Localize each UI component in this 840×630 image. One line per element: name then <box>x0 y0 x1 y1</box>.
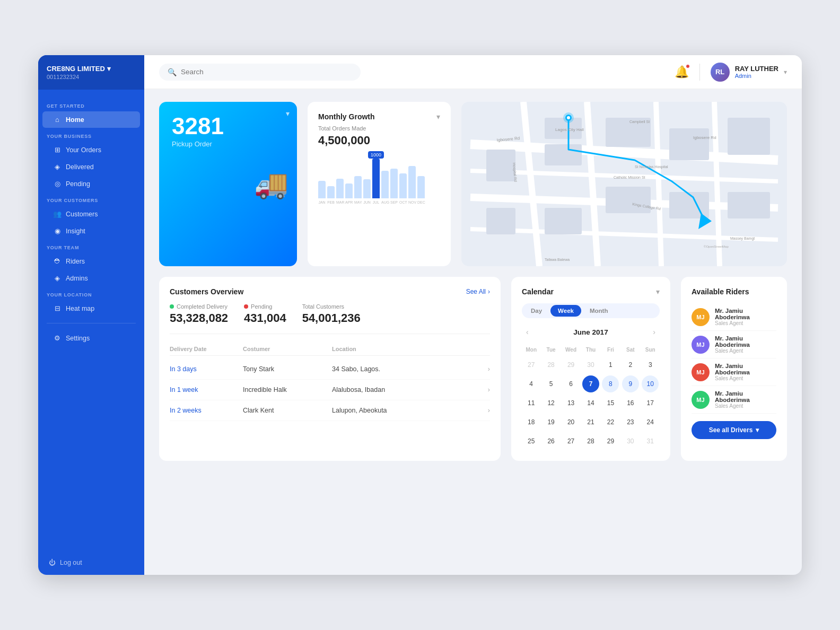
sidebar-item-admins[interactable]: ◈ Admins <box>42 270 140 286</box>
sidebar-item-delivered[interactable]: ◈ Delivered <box>42 159 140 175</box>
section-get-started: GET STARTED <box>38 98 144 111</box>
calendar-day[interactable]: 22 <box>602 414 619 431</box>
bar-item <box>345 183 353 198</box>
svg-text:Campbell St: Campbell St <box>629 120 650 124</box>
calendar-chevron[interactable]: ▾ <box>656 287 660 296</box>
rider-avatar: MJ <box>692 391 710 409</box>
calendar-day[interactable]: 24 <box>642 414 659 431</box>
calendar-day[interactable]: 3 <box>642 356 659 373</box>
rider-info: Mr. Jamiu Aboderinwa Sales Agent <box>715 335 776 354</box>
sidebar: CRE8NG LIMITED ▾ 0011232324 GET STARTED … <box>38 55 144 575</box>
rider-item[interactable]: MJ Mr. Jamiu Aboderinwa Sales Agent <box>692 358 776 386</box>
calendar-day[interactable]: 4 <box>523 375 540 392</box>
tab-week[interactable]: Week <box>550 305 581 317</box>
pickup-chevron[interactable]: ▾ <box>286 109 290 118</box>
row-arrow[interactable]: › <box>474 386 490 393</box>
calendar-day[interactable]: 23 <box>622 414 639 431</box>
tab-month[interactable]: Month <box>582 305 615 317</box>
logout-icon: ⏻ <box>49 559 56 566</box>
table-row[interactable]: In 1 week Incredible Halk Alalubosa, Iba… <box>170 380 490 400</box>
section-your-business: YOUR BUSINESS <box>38 128 144 141</box>
calendar-day[interactable]: 12 <box>542 395 559 412</box>
calendar-day[interactable]: 2 <box>622 356 639 373</box>
table-row[interactable]: In 3 days Tony Stark 34 Sabo, Lagos. › <box>170 359 490 380</box>
calendar-day[interactable]: 31 <box>642 433 659 450</box>
calendar-day[interactable]: 17 <box>642 395 659 412</box>
sidebar-item-home[interactable]: ⌂ Home <box>42 111 140 128</box>
calendar-day[interactable]: 28 <box>542 356 559 373</box>
row-arrow[interactable]: › <box>474 365 490 373</box>
table-row[interactable]: In 2 weeks Clark Kent Lalupon, Abeokuta … <box>170 400 490 421</box>
calendar-day[interactable]: 19 <box>542 414 559 431</box>
calendar-day[interactable]: 10 <box>642 375 659 392</box>
pending-value: 431,004 <box>244 311 286 325</box>
calendar-title: Calendar <box>522 287 554 296</box>
logout-button[interactable]: ⏻ Log out <box>49 559 134 566</box>
calendar-day[interactable]: 5 <box>542 375 559 392</box>
rider-item[interactable]: MJ Mr. Jamiu Aboderinwa Sales Agent <box>692 386 776 414</box>
calendar-day[interactable]: 29 <box>563 356 580 373</box>
calendar-day[interactable]: 21 <box>582 414 599 431</box>
see-all-button[interactable]: See All › <box>466 288 490 295</box>
calendar-day[interactable]: 8 <box>602 375 619 392</box>
calendar-day[interactable]: 26 <box>542 433 559 450</box>
rider-item[interactable]: MJ Mr. Jamiu Aboderinwa Sales Agent <box>692 303 776 331</box>
rider-role: Sales Agent <box>715 320 776 326</box>
tab-day[interactable]: Day <box>523 305 549 317</box>
calendar-day-header: Fri <box>601 345 620 355</box>
search-wrap[interactable]: 🔍 <box>159 64 361 81</box>
row-arrow[interactable]: › <box>474 407 490 414</box>
svg-text:Catholic Mission St: Catholic Mission St <box>614 176 645 179</box>
sidebar-item-heat-map[interactable]: ⊟ Heat map <box>42 300 140 317</box>
calendar-day[interactable]: 28 <box>582 433 599 450</box>
search-input[interactable] <box>181 68 352 76</box>
user-info[interactable]: RL RAY LUTHER Admin ▾ <box>711 63 787 82</box>
truck-icon: 🚚 <box>254 168 288 200</box>
row-date: In 1 week <box>170 386 239 393</box>
calendar-day[interactable]: 16 <box>622 395 639 412</box>
calendar-day[interactable]: 25 <box>523 433 540 450</box>
notification-bell[interactable]: 🔔 <box>675 65 689 79</box>
calendar-day[interactable]: 30 <box>582 356 599 373</box>
sidebar-item-home-label: Home <box>66 116 84 124</box>
calendar-day[interactable]: 18 <box>523 414 540 431</box>
rider-name: Mr. Jamiu Aboderinwa <box>715 335 776 348</box>
calendar-day[interactable]: 30 <box>622 433 639 450</box>
calendar-day[interactable]: 15 <box>602 395 619 412</box>
calendar-day[interactable]: 27 <box>563 433 580 450</box>
sidebar-item-orders-label: Your Orders <box>66 146 101 154</box>
calendar-tabs: Day Week Month <box>522 303 660 318</box>
orders-icon: ⊞ <box>53 146 62 154</box>
calendar-day[interactable]: 27 <box>523 356 540 373</box>
calendar-day[interactable]: 13 <box>563 395 580 412</box>
bar-month-label: APR <box>345 200 353 204</box>
next-month-button[interactable]: › <box>649 326 660 338</box>
pending-dot <box>244 304 248 309</box>
calendar-day[interactable]: 7 <box>582 375 599 392</box>
sidebar-item-customers[interactable]: 👥 Customers <box>42 206 140 222</box>
calendar-day[interactable]: 14 <box>582 395 599 412</box>
sidebar-item-insight[interactable]: ◉ Insight <box>42 223 140 239</box>
sidebar-item-riders[interactable]: ⛑ Riders <box>42 253 140 269</box>
calendar-day[interactable]: 20 <box>563 414 580 431</box>
sidebar-item-pending[interactable]: ◎ Pending <box>42 176 140 192</box>
calendar-day[interactable]: 11 <box>523 395 540 412</box>
rider-info: Mr. Jamiu Aboderinwa Sales Agent <box>715 390 776 409</box>
sidebar-item-your-orders[interactable]: ⊞ Your Orders <box>42 142 140 158</box>
growth-chevron[interactable]: ▾ <box>436 112 440 121</box>
growth-subtitle: Total Orders Made <box>318 125 440 132</box>
calendar-day[interactable]: 29 <box>602 433 619 450</box>
pickup-card: 3281 Pickup Order ▾ 🚚 <box>159 102 297 266</box>
bar-chart: 1000 <box>318 156 440 198</box>
calendar-day[interactable]: 1 <box>602 356 619 373</box>
total-value: 54,001,236 <box>302 311 361 325</box>
calendar-day[interactable]: 9 <box>622 375 639 392</box>
calendar-day[interactable]: 6 <box>563 375 580 392</box>
rider-item[interactable]: MJ Mr. Jamiu Aboderinwa Sales Agent <box>692 331 776 358</box>
prev-month-button[interactable]: ‹ <box>522 326 533 338</box>
completed-value: 53,328,082 <box>170 311 228 325</box>
brand-area[interactable]: CRE8NG LIMITED ▾ 0011232324 <box>38 55 144 90</box>
see-all-drivers-button[interactable]: See all Drivers ▾ <box>692 421 776 439</box>
sidebar-item-settings[interactable]: ⚙ Settings <box>42 330 140 346</box>
growth-value: 4,500,000 <box>318 134 440 147</box>
